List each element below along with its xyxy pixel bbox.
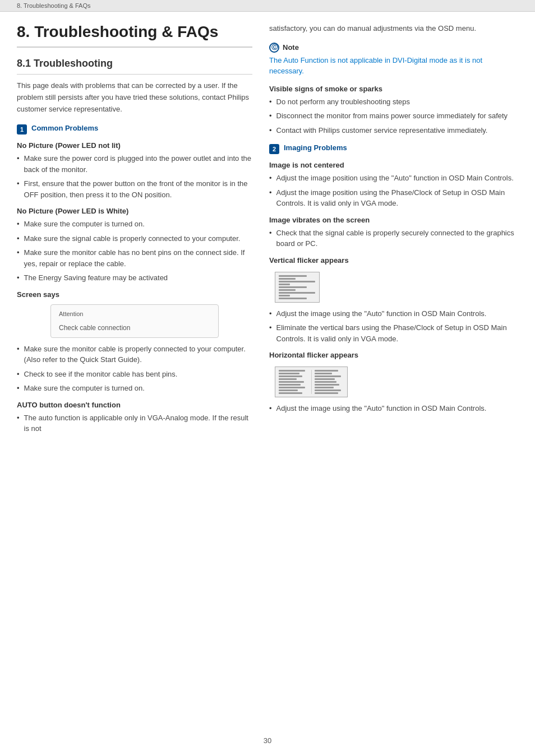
- list-item: Adjust the image using the "Auto" functi…: [269, 403, 518, 414]
- no-picture-led-off-list: Make sure the power cord is plugged into…: [17, 153, 252, 200]
- screen-says-title: Screen says: [17, 290, 252, 299]
- list-item: Make sure the power cord is plugged into…: [17, 153, 252, 175]
- note-icon: Ⓒ: [269, 43, 279, 53]
- imaging-problems-section: 2 Imaging Problems: [269, 143, 518, 154]
- vertical-flicker-list: Adjust the image using the "Auto" functi…: [269, 308, 518, 345]
- list-item: Make sure the computer is turned on.: [17, 383, 252, 394]
- note-label: Note: [283, 43, 299, 52]
- horizontal-flicker-visual: [275, 367, 348, 397]
- intro-text: This page deals with problems that can b…: [17, 80, 252, 115]
- image-not-centered-title: Image is not centered: [269, 161, 518, 169]
- list-item: Do not perform any troubleshooting steps: [269, 96, 518, 108]
- list-item: Adjust the image position using the Phas…: [269, 187, 518, 209]
- list-item: Make sure the monitor cable has no bent …: [17, 247, 252, 269]
- horizontal-flicker-image: [275, 365, 518, 397]
- note-box: Ⓒ Note The Auto Function is not applicab…: [269, 43, 518, 77]
- image-vibrates-title: Image vibrates on the screen: [269, 216, 518, 224]
- list-item: The auto function is applicable only in …: [17, 412, 252, 434]
- note-header: Ⓒ Note: [269, 43, 518, 53]
- list-item: Eliminate the vertical bars using the Ph…: [269, 322, 518, 344]
- image-vibrates-list: Check that the signal cable is properly …: [269, 228, 518, 249]
- page-number: 30: [0, 731, 535, 756]
- list-item: Disconnect the monitor from mains power …: [269, 110, 518, 122]
- section-heading: 8.1 Troubleshooting: [17, 58, 252, 75]
- visible-signs-title: Visible signs of smoke or sparks: [269, 85, 518, 93]
- list-item: Check to see if the monitor cable has be…: [17, 369, 252, 380]
- list-item: Check that the signal cable is properly …: [269, 228, 518, 249]
- common-problems-label: Common Problems: [31, 124, 98, 132]
- visible-signs-list: Do not perform any troubleshooting steps…: [269, 96, 518, 136]
- imaging-problems-badge: 2: [269, 144, 279, 154]
- auto-button-title: AUTO button doesn't function: [17, 401, 252, 409]
- right-column: satisfactory, you can do manual adjustme…: [269, 23, 518, 708]
- page: 8. Troubleshooting & FAQs 8. Troubleshoo…: [0, 0, 535, 756]
- imaging-problems-label: Imaging Problems: [284, 143, 347, 152]
- no-picture-led-white-title: No Picture (Power LED is White): [17, 207, 252, 215]
- screen-says-box: Attention Check cable connection: [50, 304, 219, 338]
- screen-check-cable: Check cable connection: [59, 324, 210, 332]
- image-not-centered-list: Adjust the image position using the "Aut…: [269, 173, 518, 209]
- breadcrumb: 8. Troubleshooting & FAQs: [0, 0, 535, 12]
- note-text: The Auto Function is not applicable in D…: [269, 55, 518, 77]
- common-problems-badge: 1: [17, 124, 27, 134]
- list-item: First, ensure that the power button on t…: [17, 178, 252, 200]
- screen-attention-label: Attention: [59, 310, 210, 317]
- page-title: 8. Troubleshooting & FAQs: [17, 23, 252, 48]
- vertical-flicker-title: Vertical flicker appears: [269, 256, 518, 265]
- horizontal-flicker-list: Adjust the image using the "Auto" functi…: [269, 403, 518, 414]
- no-picture-led-off-title: No Picture (Power LED not lit): [17, 141, 252, 150]
- list-item: Make sure the computer is turned on.: [17, 219, 252, 230]
- right-col-cont-text: satisfactory, you can do manual adjustme…: [269, 23, 518, 35]
- horizontal-flicker-title: Horizontal flicker appears: [269, 351, 518, 359]
- left-column: 8. Troubleshooting & FAQs 8.1 Troublesho…: [17, 23, 252, 708]
- list-item: Make sure the monitor cable is properly …: [17, 344, 252, 365]
- vertical-flicker-visual: [275, 272, 320, 303]
- screen-says-list: Make sure the monitor cable is properly …: [17, 344, 252, 394]
- list-item: Adjust the image using the "Auto" functi…: [269, 308, 518, 319]
- list-item: Make sure the signal cable is properly c…: [17, 233, 252, 244]
- list-item: Adjust the image position using the "Aut…: [269, 173, 518, 184]
- auto-button-list: The auto function is applicable only in …: [17, 412, 252, 434]
- no-picture-led-white-list: Make sure the computer is turned on. Mak…: [17, 219, 252, 284]
- vertical-flicker-image: [275, 270, 518, 303]
- list-item: Contact with Philips customer service re…: [269, 125, 518, 136]
- common-problems-section: 1 Common Problems: [17, 124, 252, 134]
- list-item: The Energy Saving feature may be activat…: [17, 272, 252, 284]
